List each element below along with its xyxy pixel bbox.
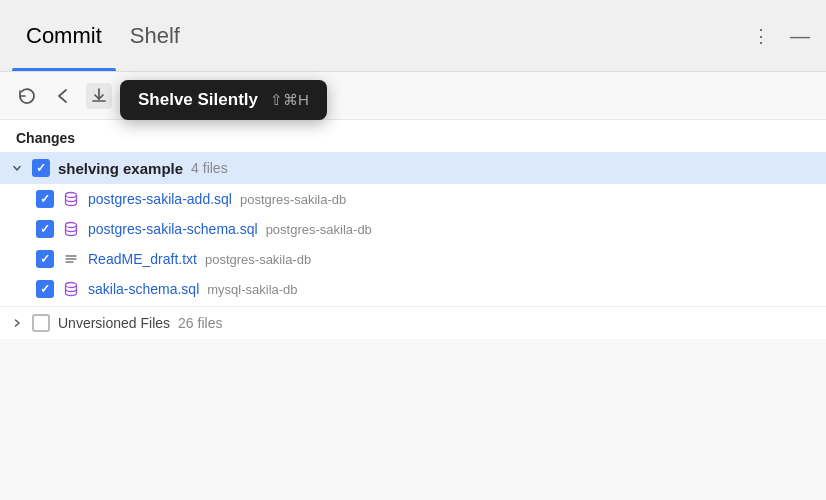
tooltip-shortcut: ⇧⌘H: [270, 91, 309, 109]
chevron-right-icon[interactable]: [10, 316, 24, 330]
txt-icon: [62, 250, 80, 268]
db-icon: [62, 280, 80, 298]
more-options-button[interactable]: ⋮: [748, 22, 776, 50]
file-path: postgres-sakila-db: [266, 222, 372, 237]
file-checkbox[interactable]: [36, 280, 54, 298]
file-checkbox[interactable]: [36, 190, 54, 208]
file-name: postgres-sakila-add.sql: [88, 191, 232, 207]
file-path: mysql-sakila-db: [207, 282, 297, 297]
file-row[interactable]: postgres-sakila-add.sql postgres-sakila-…: [0, 184, 826, 214]
unversioned-label: Unversioned Files: [58, 315, 170, 331]
svg-point-2: [66, 223, 77, 228]
toolbar: Shelve Silently ⇧⌘H: [0, 72, 826, 120]
tab-actions: ⋮ —: [748, 22, 814, 50]
file-row[interactable]: sakila-schema.sql mysql-sakila-db: [0, 274, 826, 304]
changes-section-header: Changes: [0, 120, 826, 152]
file-checkbox[interactable]: [36, 250, 54, 268]
group-checkbox[interactable]: [32, 159, 50, 177]
shelve-silently-tooltip: Shelve Silently ⇧⌘H: [120, 80, 327, 120]
file-row[interactable]: postgres-sakila-schema.sql postgres-saki…: [0, 214, 826, 244]
chevron-down-icon[interactable]: [10, 161, 24, 175]
tab-bar: Commit Shelf ⋮ —: [0, 0, 826, 72]
file-path: postgres-sakila-db: [240, 192, 346, 207]
unversioned-count: 26 files: [178, 315, 222, 331]
tab-commit[interactable]: Commit: [12, 0, 116, 71]
tab-shelf[interactable]: Shelf: [116, 0, 194, 71]
shelve-icon[interactable]: [86, 83, 112, 109]
file-checkbox[interactable]: [36, 220, 54, 238]
db-icon: [62, 220, 80, 238]
changes-panel: Changes shelving example 4 files postgre…: [0, 120, 826, 339]
group-name: shelving example: [58, 160, 183, 177]
refresh-icon[interactable]: [14, 83, 40, 109]
unversioned-row[interactable]: Unversioned Files 26 files: [0, 306, 826, 339]
back-icon[interactable]: [50, 83, 76, 109]
svg-point-1: [66, 193, 77, 198]
file-name: sakila-schema.sql: [88, 281, 199, 297]
group-row-shelving[interactable]: shelving example 4 files: [0, 152, 826, 184]
db-icon: [62, 190, 80, 208]
file-path: postgres-sakila-db: [205, 252, 311, 267]
file-name: ReadME_draft.txt: [88, 251, 197, 267]
minimize-button[interactable]: —: [786, 22, 814, 50]
svg-point-6: [66, 283, 77, 288]
unversioned-checkbox[interactable]: [32, 314, 50, 332]
group-count: 4 files: [191, 160, 228, 176]
tooltip-text: Shelve Silently: [138, 90, 258, 110]
file-name: postgres-sakila-schema.sql: [88, 221, 258, 237]
file-row[interactable]: ReadME_draft.txt postgres-sakila-db: [0, 244, 826, 274]
